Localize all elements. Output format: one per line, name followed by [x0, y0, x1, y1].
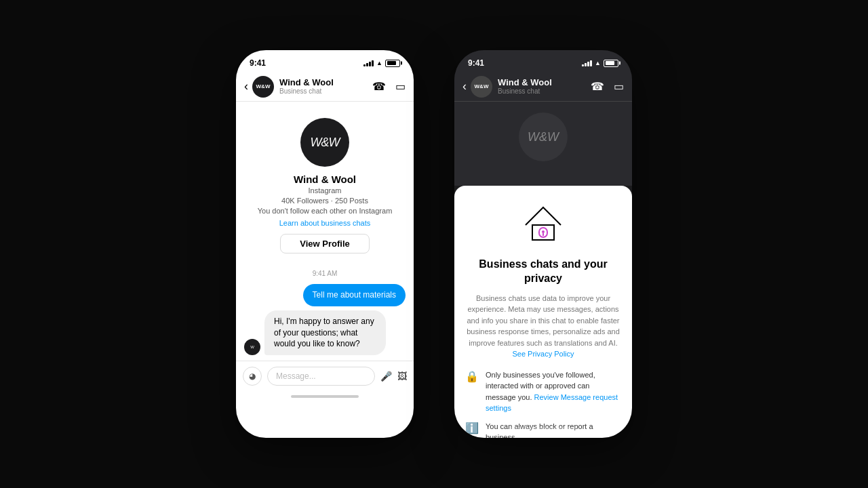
profile-platform: Instagram: [309, 186, 342, 195]
back-button-left[interactable]: ‹: [244, 79, 248, 94]
privacy-modal: Business chats and your privacy Business…: [454, 186, 632, 438]
message-input-bar: ◕ Message... 🎤 🖼: [236, 361, 414, 391]
outgoing-message-row: Tell me about materials: [244, 284, 406, 306]
incoming-avatar-small: W: [244, 339, 260, 355]
nav-avatar-text-right: W&W: [475, 83, 489, 89]
video-icon-left[interactable]: ▭: [395, 80, 406, 93]
wifi-icon-left: ▲: [376, 60, 382, 66]
nav-bar-left: ‹ W&W Wind & Wool Business chat ☎ ▭: [236, 72, 414, 102]
battery-fill-right: [606, 61, 615, 65]
phone-icon-right[interactable]: ☎: [591, 80, 604, 93]
camera-button[interactable]: ◕: [243, 367, 262, 386]
signal-bar-r4: [590, 60, 592, 66]
status-icons-right: ▲: [582, 60, 618, 67]
bg-avatar: W&W: [454, 102, 632, 161]
nav-business-subtitle-left: Business chat: [279, 87, 372, 96]
nav-bar-right: ‹ W&W Wind & Wool Business chat ☎ ▭: [454, 72, 632, 102]
modal-feature-row-1: 🔒 Only businesses you've followed, inter…: [465, 369, 621, 414]
profile-avatar: W&W: [300, 118, 349, 167]
status-bar-right-bg: 9:41 ▲: [454, 50, 632, 72]
house-icon: [519, 201, 568, 249]
profile-avatar-text: W&W: [311, 136, 340, 150]
privacy-icon-container: [519, 201, 568, 249]
privacy-policy-link[interactable]: See Privacy Policy: [512, 350, 574, 358]
signal-bars-left: [363, 60, 374, 66]
nav-business-subtitle-right: Business chat: [498, 87, 591, 96]
video-icon-right[interactable]: ▭: [614, 80, 624, 93]
signal-bar-4: [372, 60, 374, 66]
svg-point-2: [542, 230, 545, 233]
nav-info-left: Wind & Wool Business chat: [279, 77, 372, 96]
signal-bar-r3: [587, 62, 589, 66]
nav-actions-left: ☎ ▭: [372, 80, 406, 93]
modal-description: Business chats use data to improve your …: [465, 293, 621, 360]
nav-business-name-left: Wind & Wool: [279, 77, 372, 88]
nav-business-name-right: Wind & Wool: [498, 77, 591, 88]
signal-bar-r1: [582, 64, 584, 66]
bg-avatar-circle: W&W: [519, 113, 568, 161]
gallery-icon[interactable]: 🖼: [397, 371, 407, 382]
status-time-left: 9:41: [250, 58, 266, 68]
mic-icon[interactable]: 🎤: [380, 371, 392, 382]
incoming-avatar-text: W: [250, 345, 254, 349]
signal-bar-1: [363, 64, 366, 66]
modal-feature-text-1: Only businesses you've followed, interac…: [486, 369, 621, 414]
outgoing-message-bubble: Tell me about materials: [303, 284, 406, 306]
profile-section: W&W Wind & Wool Instagram 40K Followers …: [236, 102, 414, 262]
status-bar-left: 9:41 ▲: [236, 50, 414, 72]
message-timestamp: 9:41 AM: [244, 270, 406, 277]
status-icons-left: ▲: [363, 60, 400, 67]
signal-bar-2: [366, 63, 368, 66]
message-placeholder: Message...: [276, 371, 316, 381]
signal-bar-3: [369, 62, 371, 66]
nav-avatar-right: W&W: [471, 76, 492, 98]
signal-bars-right: [582, 60, 592, 66]
message-input-field[interactable]: Message...: [267, 367, 375, 386]
messages-area: 9:41 AM Tell me about materials W Hi, I'…: [236, 262, 414, 361]
nav-avatar-text-left: W&W: [256, 83, 271, 89]
phone-icon-left[interactable]: ☎: [372, 80, 386, 93]
status-time-right: 9:41: [468, 58, 484, 68]
battery-icon-left: [385, 60, 400, 67]
right-phone: 9:41 ▲ ‹ W&W Wind & Wool: [454, 50, 632, 438]
nav-info-right: Wind & Wool Business chat: [498, 77, 591, 96]
view-profile-button[interactable]: View Profile: [280, 234, 369, 253]
wifi-icon-right: ▲: [595, 60, 601, 66]
info-icon: ℹ️: [465, 422, 479, 434]
lock-icon: 🔒: [465, 370, 479, 383]
home-indicator-right: [509, 427, 577, 430]
home-indicator-left: [291, 395, 359, 398]
incoming-message-bubble: Hi, I'm happy to answer any of your ques…: [264, 310, 386, 355]
signal-bar-r2: [585, 63, 587, 66]
nav-actions-right: ☎ ▭: [591, 80, 624, 93]
learn-about-chats-link[interactable]: Learn about business chats: [279, 219, 371, 227]
left-phone: 9:41 ▲ ‹ W&W Wind & Wool Business chat ☎…: [236, 50, 414, 438]
nav-avatar-left: W&W: [252, 76, 274, 98]
battery-icon-right: [604, 60, 618, 67]
profile-name: Wind & Wool: [294, 174, 356, 185]
modal-title: Business chats and your privacy: [465, 258, 621, 286]
profile-mutual: You don't follow each other on Instagram: [258, 207, 393, 215]
incoming-message-row: W Hi, I'm happy to answer any of your qu…: [244, 310, 406, 355]
right-phone-background: 9:41 ▲ ‹ W&W Wind & Wool: [454, 50, 632, 186]
profile-stats: 40K Followers · 250 Posts: [281, 197, 368, 205]
battery-fill-left: [387, 61, 397, 65]
bg-avatar-text: W&W: [528, 130, 559, 144]
back-button-right[interactable]: ‹: [462, 79, 467, 94]
review-message-settings-link[interactable]: Review Message request settings: [486, 393, 618, 413]
